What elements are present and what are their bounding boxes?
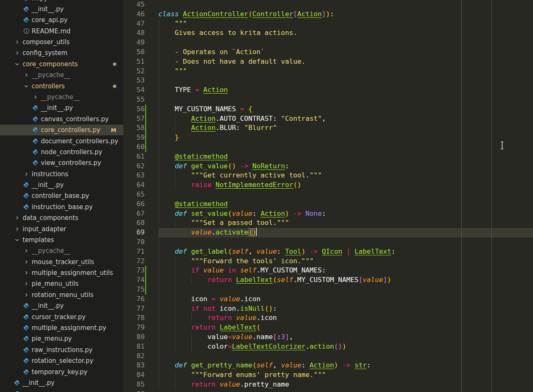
line-number[interactable]: 78 bbox=[123, 313, 158, 323]
line-number[interactable]: 46 bbox=[123, 10, 158, 19]
line-number[interactable]: 75 bbox=[123, 285, 158, 295]
code-line-54[interactable]: 54 TYPE = Action bbox=[123, 85, 533, 95]
tree-item-rotation_menu_utils[interactable]: rotation_menu_utils bbox=[0, 290, 123, 300]
line-number[interactable]: 49 bbox=[123, 38, 158, 47]
line-number[interactable]: 76 bbox=[123, 295, 158, 304]
line-number[interactable]: 71 bbox=[123, 247, 158, 257]
line-number[interactable]: 48 bbox=[123, 28, 158, 38]
tree-item-composer_utils[interactable]: composer_utils bbox=[0, 37, 123, 47]
tree-item-multiple_assignment.py[interactable]: multiple_assignment.py bbox=[0, 322, 123, 333]
code-line-80[interactable]: 80 value=value.name[:3], bbox=[123, 332, 533, 342]
code-line-76[interactable]: 76 icon = value.icon bbox=[123, 295, 533, 304]
line-number[interactable]: 52 bbox=[123, 67, 158, 76]
tree-item-core_components[interactable]: core_components bbox=[0, 59, 123, 70]
line-number[interactable]: 77 bbox=[123, 304, 158, 314]
code-line-67[interactable]: 67 def set_value(value: Action) -> None: bbox=[123, 209, 533, 219]
line-number[interactable]: 84 bbox=[123, 370, 158, 380]
tree-item-instructions[interactable]: instructions bbox=[0, 168, 123, 179]
code-line-50[interactable]: 50 - Operates on `Action` bbox=[123, 47, 533, 57]
code-line-52[interactable]: 52 """ bbox=[123, 67, 533, 76]
code-line-82[interactable]: 82 bbox=[123, 352, 533, 361]
tree-item-clipped[interactable] bbox=[0, 388, 123, 392]
tree-item-core_api.py[interactable]: core_api.py bbox=[0, 15, 123, 25]
line-number[interactable]: 54 bbox=[123, 85, 158, 95]
tree-item-core_controllers.py[interactable]: core_controllers.pyM bbox=[0, 125, 123, 135]
line-number[interactable]: 72 bbox=[123, 257, 158, 266]
code-line-63[interactable]: 63 """Get currently active tool.""" bbox=[123, 171, 533, 180]
code-line-78[interactable]: 78 return value.icon bbox=[123, 313, 533, 323]
line-number[interactable]: 50 bbox=[123, 47, 158, 57]
line-number[interactable]: 68 bbox=[123, 218, 158, 228]
tree-item-__init__.py[interactable]: __init__.py bbox=[0, 300, 123, 311]
tree-item-__pycache__[interactable]: __pycache__ bbox=[0, 70, 123, 80]
code-line-64[interactable]: 64 raise NotImplementedError() bbox=[123, 180, 533, 190]
code-line-77[interactable]: 77 if not icon.isNull(): bbox=[123, 304, 533, 314]
line-number[interactable]: 82 bbox=[123, 352, 158, 361]
code-line-53[interactable]: 53 bbox=[123, 76, 533, 85]
code-line-83[interactable]: 83 def get_pretty_name(self, value: Acti… bbox=[123, 361, 533, 370]
tree-item-view_controllers.py[interactable]: view_controllers.py bbox=[0, 157, 123, 168]
code-line-57[interactable]: 57 Action.AUTO_CONTRAST: "Contrast", bbox=[123, 114, 533, 124]
tree-item-.py[interactable]: ….py bbox=[0, 0, 123, 4]
tree-item-canvas_controllers.py[interactable]: canvas_controllers.py bbox=[0, 114, 123, 125]
tree-item-config_system[interactable]: config_system bbox=[0, 47, 123, 58]
tree-item-instruction_base.py[interactable]: instruction_base.py bbox=[0, 202, 123, 212]
code-line-81[interactable]: 81 color=LabelTextColorizer.action()) bbox=[123, 342, 533, 352]
tree-item-templates[interactable]: templates bbox=[0, 235, 123, 245]
code-line-66[interactable]: 66 @staticmethod bbox=[123, 200, 533, 209]
tree-item-README.md[interactable]: README.md bbox=[0, 26, 123, 37]
code-line-61[interactable]: 61 @staticmethod bbox=[123, 152, 533, 162]
code-line-70[interactable]: 70 bbox=[123, 237, 533, 247]
line-number[interactable]: 64 bbox=[123, 180, 158, 190]
tree-item-__init__.py[interactable]: __init__.py bbox=[0, 180, 123, 190]
line-number[interactable]: 51 bbox=[123, 57, 158, 67]
line-number[interactable]: 45 bbox=[123, 0, 158, 10]
tree-item-cursor_tracker.py[interactable]: cursor_tracker.py bbox=[0, 311, 123, 322]
line-number[interactable]: 74 bbox=[123, 275, 158, 285]
line-number[interactable]: 86 bbox=[123, 390, 158, 392]
code-line-48[interactable]: 48 Gives access to krita actions. bbox=[123, 28, 533, 38]
line-number[interactable]: 57 bbox=[123, 114, 158, 124]
line-number[interactable]: 53 bbox=[123, 76, 158, 85]
line-number[interactable]: 83 bbox=[123, 361, 158, 370]
line-number[interactable]: 59 bbox=[123, 133, 158, 142]
line-number[interactable]: 69 bbox=[123, 228, 158, 237]
line-number[interactable]: 61 bbox=[123, 152, 158, 162]
code-line-75[interactable]: 75 bbox=[123, 285, 533, 295]
code-line-65[interactable]: 65 bbox=[123, 190, 533, 200]
code-line-84[interactable]: 84 """Forward enums' pretty name.""" bbox=[123, 370, 533, 380]
code-line-45[interactable]: 45 bbox=[123, 0, 533, 10]
code-line-60[interactable]: 60 bbox=[123, 142, 533, 152]
tree-item-pie_menu_utils[interactable]: pie_menu_utils bbox=[0, 278, 123, 289]
code-line-69[interactable]: 69 value.activate() bbox=[123, 228, 533, 237]
line-number[interactable]: 62 bbox=[123, 162, 158, 171]
tree-item-mouse_tracker_utils[interactable]: mouse_tracker_utils bbox=[0, 257, 123, 267]
code-line-68[interactable]: 68 """Set a passed tool.""" bbox=[123, 218, 533, 228]
code-line-47[interactable]: 47 """ bbox=[123, 19, 533, 29]
code-line-58[interactable]: 58 Action.BLUR: "Blurrr" bbox=[123, 123, 533, 133]
line-number[interactable]: 81 bbox=[123, 342, 158, 352]
tree-item-pie_menu.py[interactable]: pie_menu.py bbox=[0, 333, 123, 344]
tree-item-multiple_assignment_utils[interactable]: multiple_assignment_utils bbox=[0, 267, 123, 278]
tree-item-controller_base.py[interactable]: controller_base.py bbox=[0, 190, 123, 201]
tree-item-rotation_selector.py[interactable]: rotation_selector.py bbox=[0, 355, 123, 366]
line-number[interactable]: 73 bbox=[123, 266, 158, 275]
line-number[interactable]: 80 bbox=[123, 332, 158, 342]
line-number[interactable]: 60 bbox=[123, 142, 158, 152]
tree-item-raw_instructions.py[interactable]: raw_instructions.py bbox=[0, 345, 123, 355]
line-number[interactable]: 66 bbox=[123, 200, 158, 209]
tree-item-data_components[interactable]: data_components bbox=[0, 212, 123, 223]
line-number[interactable]: 58 bbox=[123, 123, 158, 133]
tree-item-controllers[interactable]: controllers bbox=[0, 80, 123, 91]
code-editor[interactable]: 4546class ActionController(Controller[Ac… bbox=[123, 0, 533, 392]
tree-item-__pycache__[interactable]: __pycache__ bbox=[0, 245, 123, 256]
tree-item-node_controllers.py[interactable]: node_controllers.py bbox=[0, 147, 123, 157]
code-line-72[interactable]: 72 """Forward the tools' icon.""" bbox=[123, 257, 533, 266]
tree-item-input_adapter[interactable]: input_adapter bbox=[0, 223, 123, 234]
code-line-46[interactable]: 46class ActionController(Controller[Acti… bbox=[123, 10, 533, 19]
tree-item-document_controllers.py[interactable]: document_controllers.py bbox=[0, 135, 123, 146]
code-line-79[interactable]: 79 return LabelText( bbox=[123, 323, 533, 332]
code-line-71[interactable]: 71 def get_label(self, value: Tool) -> Q… bbox=[123, 247, 533, 257]
line-number[interactable]: 67 bbox=[123, 209, 158, 219]
code-line-85[interactable]: 85 return value.pretty_name bbox=[123, 380, 533, 390]
